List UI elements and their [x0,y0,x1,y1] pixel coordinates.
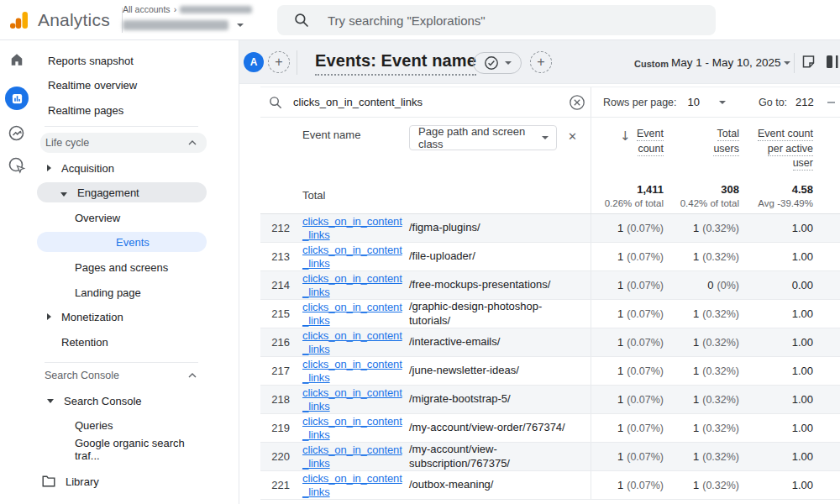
report-check-menu[interactable] [473,52,522,74]
table-row: 215 clicks_on_in_content_links /graphic-… [260,300,840,328]
event-name-link[interactable]: clicks_on_in_content_links [302,444,403,470]
table-search[interactable] [260,87,591,117]
global-search-input[interactable] [328,13,680,28]
page-path: /file-uploader/ [409,249,582,264]
nav-monetization[interactable]: Monetization [34,307,207,327]
goto-input[interactable] [795,96,821,108]
explore-icon[interactable] [8,124,26,143]
rows-per-page-caret-icon[interactable] [719,101,726,104]
nav-events-selected[interactable]: Events [37,232,207,252]
nav-landing-page[interactable]: Landing page [34,282,207,302]
panel-toggle-icon[interactable] [826,54,840,70]
expanded-arrow-icon [47,399,54,403]
all-accounts-label: All accounts [123,4,171,14]
account-switcher[interactable]: All accounts › [123,4,257,30]
comparison-a-chip[interactable]: A [244,52,264,72]
sort-desc-icon: ↓ [620,129,631,144]
table-row: 214 clicks_on_in_content_links /free-moc… [260,271,840,300]
search-icon [269,96,282,109]
event-name-link[interactable]: clicks_on_in_content_links [302,215,403,242]
page-path: /june-newsletter-ideas/ [409,364,582,378]
table-row: 221 clicks_on_in_content_links /outbox-m… [260,471,840,500]
row-index: 217 [260,357,297,385]
chevron-up-icon [188,140,197,145]
nav-section-search-console[interactable]: Search Console [34,365,207,386]
total-users-cell: 1(0.32%) [664,386,739,413]
nav-retention[interactable]: Retention [34,332,207,352]
nav-pages-and-screens[interactable]: Pages and screens [34,257,207,277]
home-icon[interactable] [8,51,25,68]
nav-acquisition[interactable]: Acquisition [34,158,207,178]
page-path: /free-mockups-presentations/ [409,278,582,292]
collapsed-arrow-icon [47,165,51,171]
row-index: 219 [260,414,297,442]
column-header-total-users[interactable]: Total users [664,118,739,176]
page-path: /my-account/view-subscription/767375/ [409,443,582,470]
event-name-link[interactable]: clicks_on_in_content_links [302,415,403,442]
event-name-link[interactable]: clicks_on_in_content_links [302,472,403,499]
total-users-cell: 1(0.32%) [664,471,739,499]
per-user-cell: 1.00 [739,243,813,270]
per-user-cell: 1.00 [739,357,813,385]
event-count-cell: 1(0.07%) [591,300,664,328]
goto-label: Go to: [759,97,787,108]
advertising-icon[interactable] [8,156,26,175]
event-count-cell: 1(0.07%) [591,471,664,499]
nav-realtime-pages[interactable]: Realtime pages [34,100,207,120]
event-name-link[interactable]: clicks_on_in_content_links [302,358,403,385]
nav-reports-snapshot[interactable]: Reports snapshot [34,50,207,71]
table-header-row: Event name Page path and screen class ✕ … [260,118,840,176]
nav-divider [45,126,198,127]
chevron-down-icon [542,136,549,139]
per-user-cell: 1.00 [739,328,813,356]
nav-google-organic-search[interactable]: Google organic search traf... [34,439,207,459]
date-caret-icon [784,61,790,65]
report-header: A + Events: Event name + Custom May 1 - … [239,40,840,84]
pagination-cut-icon[interactable] [827,102,835,103]
row-index: 221 [260,471,297,499]
page-path: /graphic-design-photoshop-tutorials/ [409,300,582,328]
clear-search-icon[interactable] [569,94,585,111]
nav-search-console[interactable]: Search Console [34,391,207,411]
event-count-cell: 1(0.07%) [591,214,664,242]
row-index: 218 [260,386,297,413]
event-count-cell: 1(0.07%) [591,357,664,385]
notes-icon[interactable] [801,54,816,70]
event-name-link[interactable]: clicks_on_in_content_links [302,386,403,413]
rows-per-page-select[interactable]: 10 [688,96,700,108]
event-count-cell: 1(0.07%) [591,271,664,299]
table-row: 219 clicks_on_in_content_links /my-accou… [260,414,840,443]
page-path: /outbox-meaning/ [409,478,582,492]
global-search[interactable] [277,5,716,35]
event-name-link[interactable]: clicks_on_in_content_links [302,272,403,299]
nav-section-life-cycle[interactable]: Life cycle [40,133,207,153]
reports-icon[interactable] [5,87,29,110]
nav-queries[interactable]: Queries [34,415,207,435]
event-name-link[interactable]: clicks_on_in_content_links [302,301,403,328]
total-users-cell: 1(0.32%) [664,300,739,328]
event-count-cell: 1(0.07%) [591,243,664,270]
date-range-picker[interactable]: May 1 - May 10, 2025 [671,56,781,69]
remove-dimension-icon[interactable]: ✕ [568,131,577,176]
nav-overview[interactable]: Overview [34,207,207,228]
topbar: Analytics All accounts › [0,0,840,40]
column-header-event-count[interactable]: ↓ Event count [591,118,664,176]
event-count-cell: 1(0.07%) [591,328,664,356]
add-comparison-button[interactable]: + [268,51,290,73]
expanded-arrow-icon [60,192,67,197]
column-header-per-user[interactable]: Event count per active user [739,118,813,176]
nav-library[interactable]: Library [34,471,207,491]
nav-engagement[interactable]: Engagement [37,182,207,202]
table-row: 217 clicks_on_in_content_links /june-new… [260,357,840,386]
table-row: 213 clicks_on_in_content_links /file-upl… [260,243,840,271]
table-search-input[interactable] [293,96,528,108]
nav-realtime-overview[interactable]: Realtime overview [34,75,207,95]
event-name-link[interactable]: clicks_on_in_content_links [302,329,403,356]
account-name-redacted [180,6,252,13]
secondary-dimension-select[interactable]: Page path and screen class [409,125,557,150]
add-report-button[interactable]: + [530,51,552,73]
per-user-cell: 1.00 [739,214,813,242]
row-index: 215 [260,300,297,328]
analytics-home-link[interactable]: Analytics [8,9,110,31]
event-name-link[interactable]: clicks_on_in_content_links [302,244,403,270]
